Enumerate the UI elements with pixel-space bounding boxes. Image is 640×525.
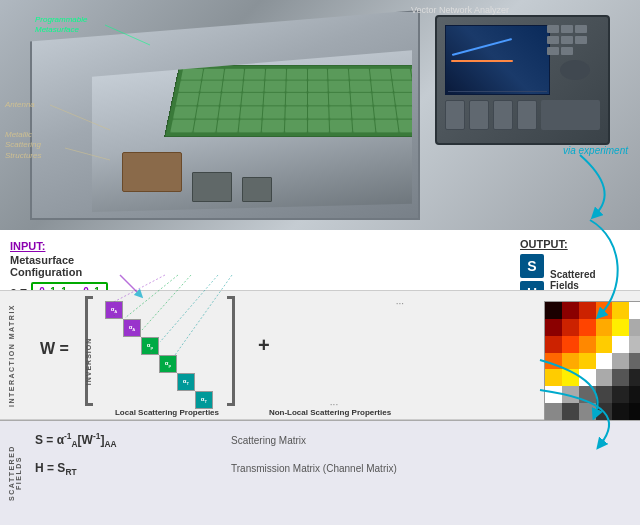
heat-cell-6-3 xyxy=(596,403,613,420)
interaction-matrix-side-label: INTERACTION MATRIX xyxy=(9,303,16,406)
vna-port-2 xyxy=(469,100,489,130)
vna-trace-2 xyxy=(451,60,513,62)
photo-area: Vector Network Analyzer ProgrammableMeta… xyxy=(0,0,640,230)
heat-cell-0-1 xyxy=(562,302,579,319)
heat-cell-3-0 xyxy=(545,353,562,370)
heat-cell-3-2 xyxy=(579,353,596,370)
formula-row-2: H = SRT Transmission Matrix (Channel Mat… xyxy=(35,461,630,477)
w-equals-label: W = xyxy=(40,340,69,358)
board-dots xyxy=(165,65,449,136)
vna-trace-1 xyxy=(452,38,512,56)
vna-button-row-2 xyxy=(547,36,602,44)
scattered-fields-section: SCATTEREDFIELDS S = α-1A[W-1]AA Scatteri… xyxy=(0,420,640,525)
heat-cell-0-3 xyxy=(596,302,613,319)
vna-btn-4 xyxy=(547,36,559,44)
vna-btn-1 xyxy=(547,25,559,33)
vna-port-4 xyxy=(517,100,537,130)
local-matrix-label: Local Scattering Properties xyxy=(92,408,242,417)
s-letter-box: S xyxy=(520,254,544,278)
vna-controls xyxy=(547,25,602,95)
vna-axis xyxy=(448,91,547,92)
formula2-left: H = SRT xyxy=(35,461,225,477)
heat-cell-4-3 xyxy=(596,369,613,386)
heat-cell-3-1 xyxy=(562,353,579,370)
heat-cell-2-5 xyxy=(629,336,640,353)
heat-cell-5-2 xyxy=(579,386,596,403)
interaction-matrix-side-label-container: INTERACTION MATRIX xyxy=(2,291,22,419)
diag-cell-1: αA xyxy=(123,319,141,337)
heat-cell-1-4 xyxy=(612,319,629,336)
input-text1: Metasurface xyxy=(10,254,230,266)
heat-cell-3-5 xyxy=(629,353,640,370)
local-matrix: αA αA αp αp αT αT · · xyxy=(85,296,245,426)
vna-display-bottom xyxy=(541,100,600,130)
via-experiment-label: via experiment xyxy=(563,145,628,156)
metallic-box xyxy=(30,10,420,220)
heat-cell-5-3 xyxy=(596,386,613,403)
heatmap-dots-right: ··· xyxy=(396,298,404,309)
nonlocal-heatmap xyxy=(544,301,640,421)
formula1-left: S = α-1A[W-1]AA xyxy=(35,431,225,449)
green-pcb-board xyxy=(164,65,450,138)
vna-button-row-1 xyxy=(547,25,602,33)
formula2-right: Transmission Matrix (Channel Matrix) xyxy=(231,463,397,474)
scattered-fields-output-label: ScatteredFields xyxy=(550,269,596,291)
diag-cell-4: αT xyxy=(177,373,195,391)
antenna-label: Antenna xyxy=(5,100,35,109)
vna-button-row-3 xyxy=(547,47,602,55)
heat-cell-6-1 xyxy=(562,403,579,420)
heat-cell-2-0 xyxy=(545,336,562,353)
scattered-fields-side-label: SCATTEREDFIELDS xyxy=(8,445,22,501)
heat-cell-6-2 xyxy=(579,403,596,420)
vna-btn-8 xyxy=(561,47,573,55)
vna-btn-6 xyxy=(575,36,587,44)
heat-cell-2-4 xyxy=(612,336,629,353)
heat-cell-4-2 xyxy=(579,369,596,386)
diag-cell-5: αT xyxy=(195,391,213,409)
input-label: INPUT: xyxy=(10,240,230,252)
vna-port-3 xyxy=(493,100,513,130)
vna-device xyxy=(435,15,610,145)
vna-ports xyxy=(445,95,600,135)
vna-screen xyxy=(445,25,550,95)
heat-cell-6-5 xyxy=(629,403,640,420)
heat-cell-0-2 xyxy=(579,302,596,319)
diagonal-dots-2: · xyxy=(150,348,152,357)
heat-cell-3-3 xyxy=(596,353,613,370)
heat-cell-4-4 xyxy=(612,369,629,386)
heat-cell-4-1 xyxy=(562,369,579,386)
diagonal-dots-1: · xyxy=(113,311,115,320)
vna-port-1 xyxy=(445,100,465,130)
vna-btn-3 xyxy=(575,25,587,33)
heat-cell-2-1 xyxy=(562,336,579,353)
heat-cell-2-2 xyxy=(579,336,596,353)
vna-btn-2 xyxy=(561,25,573,33)
vna-btn-7 xyxy=(547,47,559,55)
diag-cell-3: αp xyxy=(159,355,177,373)
heat-cell-6-4 xyxy=(612,403,629,420)
heat-cell-1-5 xyxy=(629,319,640,336)
heat-cell-3-4 xyxy=(612,353,629,370)
scattered-fields-side-label-container: SCATTEREDFIELDS xyxy=(2,421,27,525)
programmable-metasurface-label: ProgrammableMetasurface xyxy=(35,15,87,36)
diagram-area: INPUT: Metasurface Configuration c = 0 1… xyxy=(0,230,640,525)
vna-title-label: Vector Network Analyzer xyxy=(380,5,540,15)
heat-cell-5-0 xyxy=(545,386,562,403)
output-label: OUTPUT: xyxy=(520,238,568,250)
heat-cell-0-0 xyxy=(545,302,562,319)
heat-cell-6-0 xyxy=(545,403,562,420)
heat-cell-1-3 xyxy=(596,319,613,336)
nonlocal-matrix-container: ··· ··· xyxy=(274,296,394,408)
heat-cell-1-2 xyxy=(579,319,596,336)
heat-cell-1-1 xyxy=(562,319,579,336)
metallic-box-inner xyxy=(92,47,412,212)
nonlocal-matrix-label: Non-Local Scattering Properties xyxy=(260,408,400,417)
heat-cell-5-1 xyxy=(562,386,579,403)
scattering-structure-2 xyxy=(242,177,272,202)
vna-btn-5 xyxy=(561,36,573,44)
antenna-component xyxy=(122,152,182,192)
heat-cell-4-5 xyxy=(629,369,640,386)
plus-sign: + xyxy=(258,333,270,356)
metallic-scattering-label: MetallicScatteringStructures xyxy=(5,130,41,161)
heat-cell-0-5 xyxy=(629,302,640,319)
